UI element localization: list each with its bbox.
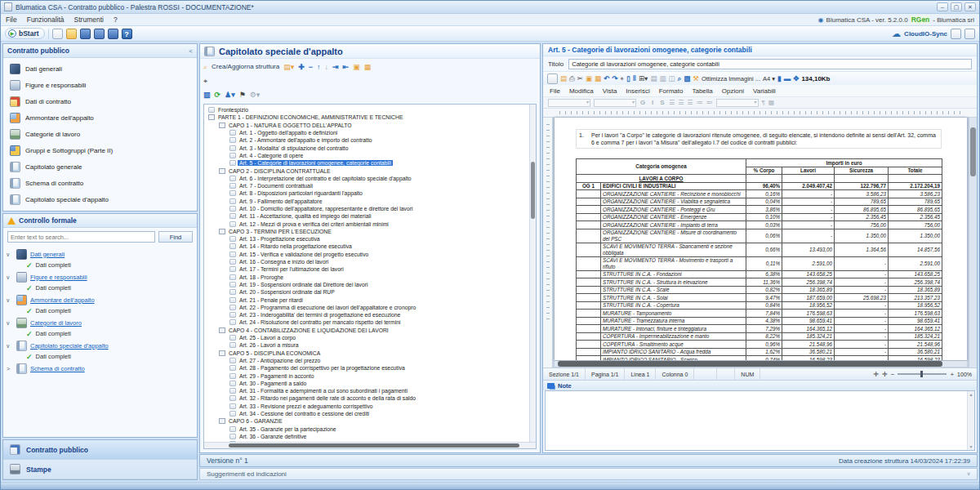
tree-item[interactable]: CAPO 6 - GARANZIE (206, 417, 536, 425)
wp-zoom-icon[interactable]: ⌕ (677, 73, 681, 84)
tree-item[interactable]: Art. 9 - Fallimento dell'appaltatore (206, 198, 536, 205)
tree-item[interactable]: CAPO 1 - NATURA E OGGETTO DELL'APPALTO (206, 122, 536, 129)
document-horizontal-scrollbar[interactable] (555, 361, 967, 367)
editor-menu-item[interactable]: Modifica (569, 87, 594, 95)
menu-help[interactable]: ? (114, 16, 118, 24)
sidebar-item[interactable]: Capitolato generale (3, 158, 197, 175)
sidebar-item[interactable]: Schema di contratto (3, 175, 197, 191)
save-structure-icon[interactable]: ▥ (203, 90, 211, 100)
expander-icon[interactable]: v (7, 297, 13, 303)
tree-item[interactable]: Art. 21 - Penale per ritardi (206, 296, 536, 303)
note-textarea[interactable]: ▲▼ (545, 390, 975, 451)
move-down-icon[interactable]: ↓ (325, 62, 329, 72)
search-input[interactable] (7, 231, 155, 243)
tree-item[interactable]: CAPO 2 - DISCIPLINA CONTRATTUALE (206, 167, 536, 174)
list-bullets-icon[interactable]: ≔ (697, 99, 703, 106)
indent-icon[interactable]: ⇥ (332, 62, 339, 72)
tree-item[interactable]: CAPO 3 - TERMINI PER L'ESECUZIONE (206, 228, 536, 235)
tree-item[interactable]: Art. 2 - Ammontare dell'appalto e import… (206, 136, 536, 144)
controllo-item-link[interactable]: Categorie di lavoro (30, 319, 82, 327)
tree-item[interactable]: Frontespizio (206, 106, 536, 114)
expander-icon[interactable]: v (7, 320, 13, 326)
tree-item[interactable]: Art. 31 - Formalità e adempimenti a cui … (206, 387, 536, 394)
zoom-in-button[interactable]: + (950, 371, 954, 378)
expander-icon[interactable]: > (7, 366, 13, 372)
new-document-icon[interactable] (52, 29, 63, 39)
menu-strumenti[interactable]: Strumenti (74, 16, 104, 24)
underline-button[interactable]: S (659, 99, 666, 106)
tree-item[interactable]: Art. 15 - Verifica e validazione del pro… (206, 251, 536, 258)
save-icon[interactable] (80, 29, 91, 39)
tree-item[interactable]: Art. 8 - Disposizioni particolari riguar… (206, 189, 536, 197)
wp-table-dropdown-icon[interactable]: ⊞▾ (639, 73, 648, 84)
export-page-icon[interactable] (964, 29, 975, 39)
help-icon[interactable]: ? (122, 29, 132, 39)
wp-copy-icon[interactable]: ▣ (586, 73, 592, 84)
paragraph-mark-icon[interactable]: ¶ (762, 99, 765, 106)
wp-pause-icon[interactable]: ‖ (633, 73, 636, 84)
align-left-icon[interactable]: ☰ (669, 99, 675, 106)
tree-item[interactable]: Art. 35 - Garanzie per la partecipazione (206, 425, 536, 432)
tree-item[interactable]: Art. 30 - Pagamenti a saldo (206, 380, 536, 387)
grid-icon[interactable]: ▦ (768, 99, 775, 106)
wp-open-icon[interactable]: ▤ (560, 73, 567, 84)
fit-width-icon[interactable]: ✛ (882, 371, 888, 378)
menu-file[interactable]: File (6, 16, 17, 24)
wp-table-col-icon[interactable]: ▥ (659, 73, 666, 84)
fit-page-icon[interactable]: ✛ (873, 371, 879, 378)
editor-menu-item[interactable]: Variabili (753, 87, 776, 95)
sidebar-item[interactable]: Categorie di lavoro (3, 126, 197, 142)
wp-page-check-icon[interactable]: ▯ (626, 73, 630, 84)
tree-item[interactable]: Art. 11 - Accettazione, qualità ed impie… (206, 212, 536, 220)
move-up-icon[interactable]: ↑ (317, 62, 321, 72)
sync-page-icon[interactable] (951, 29, 961, 39)
sidebar-item[interactable]: Dati generali (3, 60, 197, 77)
bold-button[interactable]: G (639, 99, 646, 106)
remove-node-icon[interactable]: − (309, 62, 313, 72)
sidebar-item[interactable]: Ammontare dell'appalto (3, 109, 197, 126)
controllo-item-link[interactable]: Figure e responsabili (30, 274, 87, 281)
collapse-sidebar-icon[interactable]: < (189, 47, 193, 55)
tree-item[interactable]: Art. 20 - Sospensioni ordinate dal RUP (206, 288, 536, 296)
zoom-slider[interactable] (898, 373, 947, 375)
suggerimenti-bar[interactable]: Suggerimenti ed indicazioni ˅ (199, 468, 978, 480)
tree-item[interactable]: Art. 26 - Lavori a misura (206, 341, 536, 349)
tree-item[interactable]: Art. 29 - Pagamenti in acconto (206, 372, 536, 379)
wp-image-icon[interactable]: ▧ (684, 73, 690, 84)
wp-redo-icon[interactable]: ↷ (612, 73, 617, 84)
tree-item[interactable]: Art. 27 - Anticipazione del prezzo (206, 357, 536, 364)
find-button[interactable]: Find (158, 231, 193, 243)
italic-button[interactable]: I (649, 99, 656, 106)
tree-horizontal-scrollbar[interactable] (204, 442, 536, 448)
move-cross-icon[interactable]: ✥ (793, 73, 799, 84)
minimize-button[interactable]: – (937, 2, 948, 11)
tree-item[interactable]: Art. 6 - Interpretazione del contratto e… (206, 175, 536, 182)
tree-item[interactable]: Art. 22 - Programma di esecuzione dei la… (206, 304, 536, 311)
tree-item[interactable]: Art. 4 - Categorie di opere (206, 152, 536, 159)
open-folder-icon[interactable] (66, 29, 77, 39)
ottimizza-button[interactable]: Ottimizza Immagini ... (702, 75, 760, 82)
align-center-icon[interactable]: ☰ (678, 99, 684, 106)
save-as-icon[interactable] (108, 29, 118, 39)
tools-dropdown-icon[interactable]: ⚙▾ (250, 90, 261, 100)
tree-item[interactable]: Art. 5 - Categorie di lavorazioni omogen… (206, 159, 536, 167)
expander-icon[interactable]: v (7, 252, 13, 257)
tree-item[interactable]: Art. 33 - Revisione prezzi e adeguamento… (206, 403, 536, 410)
list-numbers-icon[interactable]: ≕ (706, 99, 713, 106)
tree-item[interactable]: PARTE 1 - DEFINIZIONI ECONOMICHE, AMMINI… (206, 114, 536, 121)
paste-node-icon[interactable]: ▦ (364, 62, 372, 72)
tree-item[interactable]: Art. 12 - Mezzi di prova e verifica dei … (206, 220, 536, 227)
crea-aggiorna-button[interactable]: Crea/Aggiorna struttura (212, 63, 279, 70)
cloud-sync-button[interactable]: CloudIO-Sync (904, 30, 947, 38)
tree-item[interactable]: Art. 7 - Documenti contrattuali (206, 182, 536, 189)
refresh-icon[interactable]: ⟳ (215, 90, 221, 100)
expander-icon[interactable]: v (7, 274, 13, 280)
user-dropdown-icon[interactable]: ♟▾ (225, 90, 235, 100)
wp-print-icon[interactable]: ⎙ (569, 73, 575, 84)
controllo-item-link[interactable]: Schema di contratto (30, 365, 85, 372)
wp-cut-icon[interactable]: ✂ (577, 73, 583, 84)
copy-node-icon[interactable]: ▣ (353, 62, 360, 72)
sidebar-item[interactable]: Gruppi e Sottogruppi (Parte II) (3, 142, 197, 158)
tree-item[interactable]: Art. 34 - Cessione del contratto e cessi… (206, 410, 536, 417)
controllo-item-link[interactable]: Capitolato speciale d'appalto (30, 342, 109, 350)
